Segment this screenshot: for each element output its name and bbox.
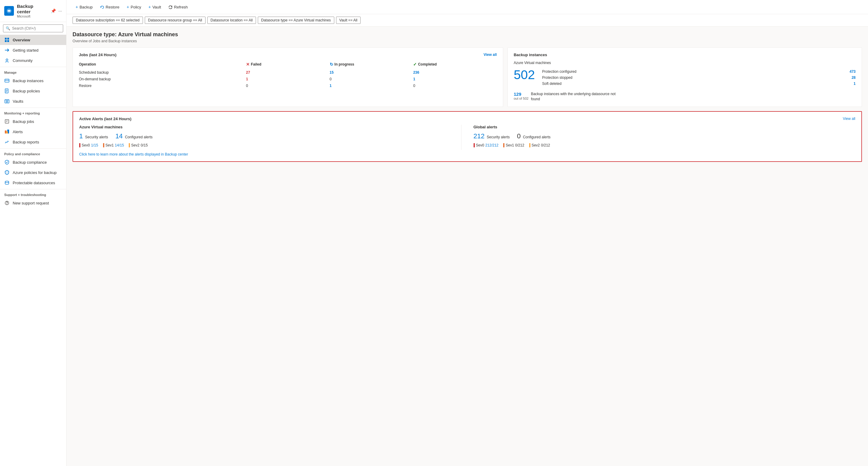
bi-row-label: Protection configured bbox=[542, 69, 576, 74]
job-failed[interactable]: 27 bbox=[246, 69, 330, 76]
svg-point-23 bbox=[5, 181, 9, 183]
job-failed[interactable]: 1 bbox=[246, 76, 330, 82]
vaults-icon bbox=[4, 98, 10, 104]
job-completed[interactable]: 1 bbox=[413, 76, 497, 82]
bi-total-count[interactable]: 502 bbox=[514, 69, 535, 81]
svg-point-14 bbox=[6, 101, 8, 102]
sev-label: Sev0 bbox=[476, 143, 484, 147]
bi-type: Azure Virtual machines bbox=[514, 61, 856, 65]
svg-rect-15 bbox=[5, 100, 9, 101]
jobs-icon bbox=[4, 119, 10, 124]
restore-icon bbox=[100, 4, 104, 9]
alerts-azure-sev-row: Sev0 1/15 Sev1 14/15 Sev2 0/15 bbox=[79, 143, 461, 147]
sidebar-item-backup-jobs[interactable]: Backup jobs bbox=[0, 116, 66, 127]
svg-point-25 bbox=[7, 204, 7, 204]
sidebar-item-vaults[interactable]: Vaults bbox=[0, 96, 66, 106]
sidebar-item-backup-instances[interactable]: Backup instances bbox=[0, 75, 66, 86]
sidebar-item-label: Overview bbox=[13, 38, 30, 42]
alerts-global-title: Global alerts bbox=[473, 125, 856, 129]
sev-label: Sev2 bbox=[532, 143, 540, 147]
svg-rect-7 bbox=[5, 79, 9, 82]
job-progress[interactable]: 15 bbox=[330, 69, 413, 76]
alerts-learn-more-link[interactable]: Click here to learn more about the alert… bbox=[79, 152, 855, 157]
sev-bar bbox=[129, 143, 130, 147]
svg-rect-16 bbox=[5, 120, 9, 123]
alerts-view-all[interactable]: View all bbox=[843, 116, 855, 121]
sev-bar bbox=[79, 143, 81, 147]
bi-row-value[interactable]: 473 bbox=[849, 69, 856, 74]
vault-button[interactable]: + Vault bbox=[145, 3, 164, 11]
policy-button[interactable]: + Policy bbox=[124, 3, 144, 11]
alerts-azure-vm: Azure Virtual machines 1 Security alerts… bbox=[79, 125, 461, 150]
sev-value[interactable]: 1/15 bbox=[91, 143, 98, 147]
restore-button[interactable]: Restore bbox=[97, 3, 123, 11]
sev-value[interactable]: 212/212 bbox=[485, 143, 498, 147]
backup-button[interactable]: + Backup bbox=[72, 3, 96, 11]
sidebar-item-getting-started[interactable]: Getting started bbox=[0, 45, 66, 55]
alerts-azure-security: 1 Security alerts bbox=[79, 132, 108, 140]
bi-row-value[interactable]: 28 bbox=[852, 75, 856, 80]
bi-detail-row: Protection configured 473 bbox=[542, 69, 856, 75]
global-configured-count[interactable]: 0 bbox=[517, 132, 521, 140]
azure-configured-count[interactable]: 14 bbox=[116, 132, 123, 140]
filter-subscription[interactable]: Datasource subscription == 62 selected bbox=[72, 16, 143, 24]
app-title: Backup center bbox=[17, 4, 48, 14]
pin-icon[interactable]: 📌 bbox=[51, 8, 56, 13]
sidebar-item-alerts[interactable]: Alerts bbox=[0, 127, 66, 137]
policy-section: Policy and compliance bbox=[0, 148, 66, 157]
monitoring-section: Monitoring + reporting bbox=[0, 107, 66, 116]
jobs-card: Jobs (last 24 Hours) View all Operation … bbox=[72, 47, 503, 107]
alerts-global-sev-row: Sev0 212/212 Sev1 0/212 Sev2 0/212 bbox=[473, 143, 856, 147]
sidebar-item-label: Getting started bbox=[13, 48, 38, 53]
toolbar: + Backup Restore + Policy + Vault Refres… bbox=[66, 0, 868, 14]
job-completed[interactable]: 236 bbox=[413, 69, 497, 76]
sev-label: Sev0 bbox=[82, 143, 90, 147]
sidebar-item-label: Backup policies bbox=[13, 89, 40, 93]
azure-security-count[interactable]: 1 bbox=[79, 132, 83, 140]
search-box[interactable]: 🔍 bbox=[3, 25, 63, 32]
sev-bar bbox=[103, 143, 104, 147]
sidebar-item-backup-reports[interactable]: Backup reports bbox=[0, 137, 66, 147]
filter-vault[interactable]: Vault == All bbox=[336, 16, 361, 24]
alerts-global: Global alerts 212 Security alerts 0 Conf… bbox=[461, 125, 856, 150]
jobs-view-all[interactable]: View all bbox=[484, 53, 497, 57]
sidebar-item-new-support-request[interactable]: New support request bbox=[0, 198, 66, 208]
sidebar-item-overview[interactable]: Overview bbox=[0, 35, 66, 45]
bi-footer-count[interactable]: 129 bbox=[514, 92, 529, 97]
filter-resource-group[interactable]: Datasource resource group == All bbox=[145, 16, 206, 24]
sidebar-item-azure-policies[interactable]: Azure policies for backup bbox=[0, 167, 66, 177]
sidebar-item-backup-compliance[interactable]: Backup compliance bbox=[0, 157, 66, 167]
sidebar: Backup center Microsoft 📌 ··· 🔍 Overview… bbox=[0, 0, 66, 466]
cards-row: Jobs (last 24 Hours) View all Operation … bbox=[72, 47, 862, 107]
sev-value[interactable]: 14/15 bbox=[115, 143, 124, 147]
sev-bar bbox=[503, 143, 504, 147]
col-failed-header: ✕ Failed bbox=[246, 61, 330, 69]
sidebar-item-protectable-datasources[interactable]: Protectable datasources bbox=[0, 177, 66, 188]
job-progress[interactable]: 1 bbox=[330, 82, 413, 89]
more-icon[interactable]: ··· bbox=[58, 8, 62, 13]
bi-row-label: Protection stopped bbox=[542, 75, 572, 80]
bi-card-title: Backup instances bbox=[514, 53, 856, 57]
sev-value: 0/212 bbox=[541, 143, 550, 147]
sev-label: Sev1 bbox=[506, 143, 514, 147]
overview-icon bbox=[4, 37, 10, 42]
plus-icon-2: + bbox=[127, 4, 129, 9]
alerts-icon bbox=[4, 129, 10, 134]
sidebar-item-label: New support request bbox=[13, 201, 49, 205]
main-content: + Backup Restore + Policy + Vault Refres… bbox=[66, 0, 868, 466]
azure-policy-icon bbox=[4, 170, 10, 175]
sidebar-item-backup-policies[interactable]: Backup policies bbox=[0, 86, 66, 96]
filter-location[interactable]: Datasource location == All bbox=[207, 16, 256, 24]
bi-row-value[interactable]: 1 bbox=[854, 81, 856, 86]
svg-rect-2 bbox=[5, 38, 7, 40]
sidebar-item-community[interactable]: Community bbox=[0, 55, 66, 66]
search-icon: 🔍 bbox=[6, 26, 10, 31]
job-operation: On-demand backup bbox=[79, 76, 246, 82]
refresh-icon bbox=[168, 4, 173, 9]
global-security-count[interactable]: 212 bbox=[473, 132, 485, 140]
search-input[interactable] bbox=[12, 26, 60, 31]
sidebar-item-label: Azure policies for backup bbox=[13, 170, 57, 175]
refresh-button[interactable]: Refresh bbox=[165, 3, 191, 11]
filter-type[interactable]: Datasource type == Azure Virtual machine… bbox=[258, 16, 334, 24]
sev-item: Sev1 0/212 bbox=[503, 143, 524, 147]
